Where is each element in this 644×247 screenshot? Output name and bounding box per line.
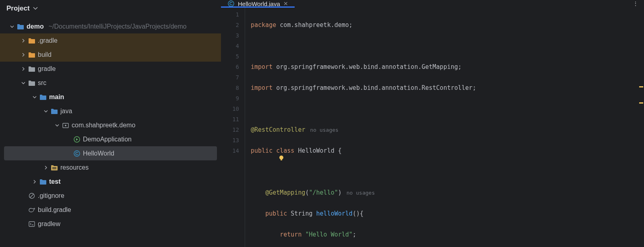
folder-icon xyxy=(28,79,35,87)
node-label: gradlew xyxy=(38,220,60,228)
node-label: DemoApplication xyxy=(83,136,132,143)
tree-node[interactable]: main xyxy=(0,90,221,104)
intention-bulb-icon[interactable] xyxy=(249,143,256,150)
tree-node[interactable]: build xyxy=(0,48,221,62)
class-icon: C xyxy=(73,150,80,157)
node-label: build.gradle xyxy=(38,206,71,214)
source-folder-icon xyxy=(39,93,47,101)
project-sidebar: Project demo ~/Documents/IntelliJProject… xyxy=(0,0,221,247)
folder-icon xyxy=(28,65,35,73)
tree-node[interactable]: java xyxy=(0,104,221,118)
tree-node[interactable]: build.gradle xyxy=(0,203,221,217)
chevron-down-icon[interactable] xyxy=(21,81,26,85)
source-folder-icon xyxy=(51,108,58,115)
svg-rect-5 xyxy=(52,167,56,168)
svg-rect-6 xyxy=(52,168,56,169)
svg-line-8 xyxy=(30,194,33,197)
svg-text:C: C xyxy=(229,1,233,6)
class-icon: C xyxy=(227,0,235,7)
chevron-down-icon[interactable] xyxy=(43,109,48,114)
chevron-down-icon[interactable] xyxy=(10,24,14,29)
tree-node[interactable]: DemoApplication xyxy=(0,132,221,146)
more-icon[interactable]: ⋮ xyxy=(633,0,639,7)
line-gutter[interactable]: 1234567 891011121314 xyxy=(221,8,245,247)
terminal-icon xyxy=(28,220,35,228)
node-label: build xyxy=(38,51,52,58)
root-path: ~/Documents/IntelliJProjects/JavaProject… xyxy=(49,23,187,30)
project-title: Project xyxy=(6,4,30,12)
node-label: src xyxy=(38,79,46,87)
tree-node[interactable]: gradle xyxy=(0,62,221,76)
usage-hint[interactable]: no usages xyxy=(305,127,338,133)
node-label: resources xyxy=(60,164,89,171)
chevron-right-icon[interactable] xyxy=(43,165,48,170)
resources-folder-icon xyxy=(51,164,58,171)
close-icon[interactable]: ✕ xyxy=(283,0,288,7)
code-area[interactable]: package com.shahpreetk.demo; import org.… xyxy=(245,8,644,247)
chevron-down-icon[interactable] xyxy=(33,6,38,11)
editor-tab[interactable]: C HelloWorld.java ✕ xyxy=(221,0,295,7)
node-label: com.shahpreetk.demo xyxy=(72,122,135,129)
root-name: demo xyxy=(27,23,44,30)
tab-title: HelloWorld.java xyxy=(238,0,280,7)
tree-node[interactable]: com.shahpreetk.demo xyxy=(0,118,221,132)
tree-node-selected[interactable]: C HelloWorld xyxy=(4,146,217,160)
node-label: main xyxy=(49,93,64,101)
node-label: .gitignore xyxy=(38,192,64,199)
project-tool-header[interactable]: Project xyxy=(0,0,221,17)
folder-icon xyxy=(28,51,35,58)
node-label: gradle xyxy=(38,65,56,73)
tree-node[interactable]: test xyxy=(0,174,221,189)
tree-node[interactable]: src xyxy=(0,76,221,90)
chevron-right-icon[interactable] xyxy=(21,38,26,43)
tree-node[interactable]: .gradle xyxy=(0,33,221,48)
error-stripe[interactable] xyxy=(638,8,643,247)
usage-hint[interactable]: no usages xyxy=(342,190,375,196)
svg-point-1 xyxy=(65,125,66,126)
tree-node[interactable]: resources xyxy=(0,160,221,174)
svg-text:C: C xyxy=(75,151,78,156)
chevron-right-icon[interactable] xyxy=(21,52,26,57)
tree-node[interactable]: .gitignore xyxy=(0,189,221,203)
gradle-elephant-icon xyxy=(28,206,35,214)
editor-tabs: C HelloWorld.java ✕ ⋮ xyxy=(221,0,644,8)
node-label: java xyxy=(60,108,72,115)
module-icon xyxy=(17,23,24,30)
runnable-class-icon xyxy=(73,136,80,143)
chevron-down-icon[interactable] xyxy=(55,123,60,128)
editor-body[interactable]: 1234567 891011121314 package com.shahpre… xyxy=(221,8,644,247)
folder-icon xyxy=(28,37,35,44)
tree-node-root[interactable]: demo ~/Documents/IntelliJProjects/JavaPr… xyxy=(0,19,221,33)
svg-point-12 xyxy=(279,156,283,160)
chevron-right-icon[interactable] xyxy=(21,66,26,71)
gitignore-icon xyxy=(28,192,35,199)
node-label: HelloWorld xyxy=(83,150,114,157)
package-icon xyxy=(62,122,69,129)
tree-node[interactable]: gradlew xyxy=(0,217,221,231)
svg-rect-13 xyxy=(281,160,282,160)
editor-area: C HelloWorld.java ✕ ⋮ ⚠ 2 1234567 891011… xyxy=(221,0,644,247)
node-label: test xyxy=(49,178,60,185)
test-folder-icon xyxy=(39,178,47,185)
svg-rect-9 xyxy=(29,222,35,226)
project-tree: demo ~/Documents/IntelliJProjects/JavaPr… xyxy=(0,17,221,247)
chevron-down-icon[interactable] xyxy=(32,95,37,100)
chevron-right-icon[interactable] xyxy=(32,179,37,184)
node-label: .gradle xyxy=(38,37,58,44)
